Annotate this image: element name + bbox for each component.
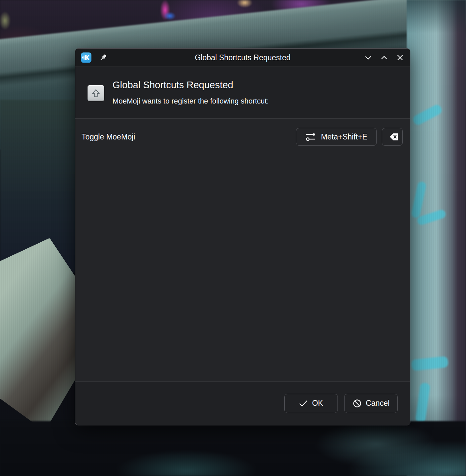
prohibition-icon <box>352 399 362 408</box>
cancel-button[interactable]: Cancel <box>344 394 398 413</box>
chevron-up-icon <box>380 53 388 62</box>
dialog-heading: Global Shortcuts Requested <box>113 80 233 91</box>
key-sequence-button[interactable]: Meta+Shift+E <box>296 128 377 146</box>
checkmark-icon <box>299 400 308 407</box>
close-button[interactable] <box>396 53 404 62</box>
kde-logo-icon[interactable] <box>81 52 92 63</box>
window-title: Global Shortcuts Requested <box>75 53 410 62</box>
backspace-icon <box>386 132 398 141</box>
window-controls <box>364 53 404 62</box>
maximize-button[interactable] <box>380 53 388 62</box>
key-sequence-label: Meta+Shift+E <box>321 132 367 141</box>
close-x-icon <box>396 53 404 62</box>
global-shortcuts-dialog: Global Shortcuts Requested <box>75 48 410 425</box>
minimize-button[interactable] <box>364 53 372 62</box>
dialog-footer: OK Cancel <box>75 381 410 425</box>
cancel-label: Cancel <box>366 399 390 408</box>
clear-shortcut-button[interactable] <box>382 128 403 146</box>
shortcut-action-label: Toggle MoeMoji <box>82 132 135 141</box>
ok-label: OK <box>312 399 323 408</box>
ok-button[interactable]: OK <box>284 394 338 413</box>
sliders-adjust-icon <box>305 131 316 142</box>
chevron-down-icon <box>364 53 372 62</box>
pin-icon[interactable] <box>99 53 108 62</box>
dialog-message: MoeMoji wants to register the following … <box>113 97 269 106</box>
shortcut-list: Toggle MoeMoji Meta+Shift+E <box>75 119 410 381</box>
shift-key-up-arrow-icon <box>88 85 104 101</box>
titlebar[interactable]: Global Shortcuts Requested <box>75 49 410 67</box>
dialog-header: Global Shortcuts Requested MoeMoji wants… <box>75 67 410 119</box>
